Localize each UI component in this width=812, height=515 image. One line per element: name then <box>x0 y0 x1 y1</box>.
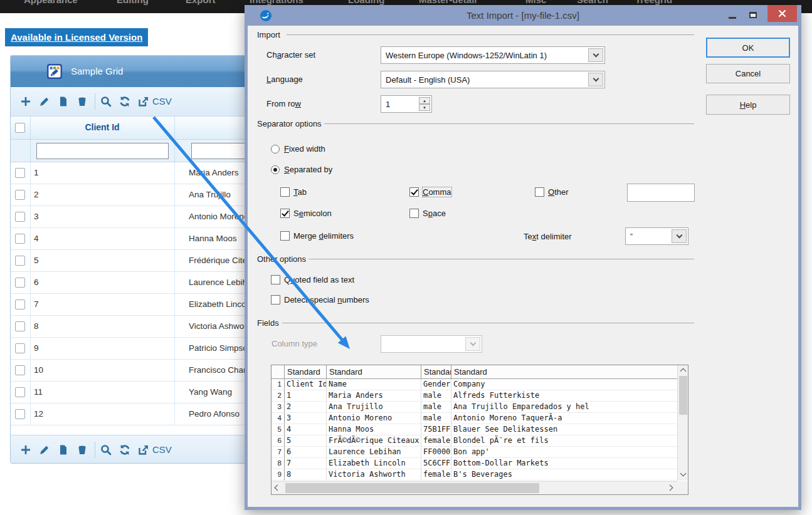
licensed-version-link[interactable]: Available in Licensed Version <box>5 28 148 46</box>
separator-options-group-label: Separator options <box>257 119 322 128</box>
quoted-field-checkbox[interactable] <box>271 275 280 284</box>
minimize-icon[interactable] <box>724 9 741 21</box>
row-number: 8 <box>272 458 285 469</box>
export-csv-label[interactable]: CSV <box>152 444 172 455</box>
export-icon[interactable] <box>137 444 150 456</box>
text-delimiter-select[interactable]: " <box>625 227 688 245</box>
menu-item-misc[interactable]: Misc <box>525 0 546 5</box>
row-checkbox[interactable] <box>15 409 25 419</box>
detect-special-numbers-checkbox[interactable] <box>271 295 280 304</box>
row-checkbox[interactable] <box>15 365 25 375</box>
language-select[interactable]: Default - English (USA) <box>381 71 605 88</box>
comma-label: Comma <box>423 187 451 197</box>
separated-by-radio[interactable] <box>271 165 280 174</box>
comma-checkbox[interactable] <box>409 187 419 197</box>
menu-item-editing[interactable]: Editing <box>117 0 149 5</box>
row-checkbox[interactable] <box>15 212 25 222</box>
row-checkbox[interactable] <box>15 387 25 397</box>
row-checkbox[interactable] <box>15 343 25 353</box>
other-separator-input[interactable] <box>627 184 695 202</box>
preview-column-header-3[interactable]: Standard <box>421 365 451 379</box>
preview-vertical-scrollbar[interactable] <box>677 365 688 481</box>
preview-cell: female <box>421 435 451 447</box>
scroll-left-icon[interactable] <box>275 485 281 491</box>
preview-column-header-4[interactable]: Standard <box>451 365 677 379</box>
preview-cell: 1 <box>285 390 327 402</box>
text-import-dialog: Text Import - [my-file-1.csv] Import Cha… <box>245 5 801 510</box>
row-checkbox[interactable] <box>15 278 25 288</box>
select-all-checkbox[interactable] <box>15 123 25 133</box>
menu-item-loading[interactable]: Loading <box>348 0 384 5</box>
from-row-stepper[interactable]: 1 ▲ ▼ <box>381 95 432 113</box>
scroll-right-icon[interactable] <box>667 485 673 491</box>
help-button[interactable]: Help <box>706 95 790 115</box>
character-set-select[interactable]: Western Europe (Windows-1252/WinLatin 1) <box>381 46 605 64</box>
copy-document-icon[interactable] <box>57 444 70 456</box>
search-icon[interactable] <box>100 444 112 456</box>
scroll-up-icon[interactable] <box>680 368 687 375</box>
add-row-icon[interactable] <box>19 444 32 456</box>
separated-by-label: Separated by <box>284 165 332 174</box>
export-csv-label[interactable]: CSV <box>152 96 172 107</box>
dialog-title-bar[interactable]: Text Import - [my-file-1.csv] <box>245 5 801 26</box>
semicolon-checkbox[interactable] <box>280 209 290 218</box>
preview-row: 43Antonio MorenomaleAntonio Moreno Taque… <box>272 413 677 424</box>
row-checkbox[interactable] <box>15 190 25 200</box>
edit-pencil-icon[interactable] <box>38 444 51 456</box>
preview-horizontal-scrollbar[interactable] <box>272 481 677 494</box>
add-row-icon[interactable] <box>19 95 32 108</box>
space-checkbox[interactable] <box>409 209 419 218</box>
row-checkbox[interactable] <box>15 168 25 178</box>
preview-cell: Maria Anders <box>327 390 421 402</box>
scroll-thumb[interactable] <box>285 483 539 493</box>
cell-client-id: 5 <box>34 256 39 265</box>
preview-cell: 5C6CFF <box>421 458 451 469</box>
copy-document-icon[interactable] <box>57 95 70 108</box>
tab-checkbox[interactable] <box>280 187 290 197</box>
scroll-down-icon[interactable] <box>680 471 687 477</box>
refresh-icon[interactable] <box>119 95 131 108</box>
delete-trash-icon[interactable] <box>76 444 88 456</box>
preview-column-header-1[interactable]: Standard <box>285 365 327 379</box>
import-preview-table: Standard Standard Standard Standard 1Cli… <box>271 365 688 495</box>
chevron-down-icon[interactable] <box>588 73 603 86</box>
delete-trash-icon[interactable] <box>76 95 88 108</box>
row-checkbox[interactable] <box>15 256 25 266</box>
column-header-client-id[interactable]: Client Id <box>30 122 174 132</box>
preview-column-header-2[interactable]: Standard <box>327 365 421 379</box>
search-icon[interactable] <box>100 95 112 108</box>
export-icon[interactable] <box>137 95 150 108</box>
menu-item-integrations[interactable]: Integrations <box>250 0 303 5</box>
spin-up-icon[interactable]: ▲ <box>419 97 430 104</box>
text-delimiter-label: Text delimiter <box>524 232 572 241</box>
maximize-icon[interactable] <box>745 9 761 21</box>
menu-item-master-detail[interactable]: Master-detail <box>419 0 477 5</box>
menu-item-export[interactable]: Export <box>186 0 216 5</box>
column-type-select <box>381 335 482 353</box>
close-icon[interactable] <box>767 5 797 22</box>
chevron-down-icon[interactable] <box>588 48 603 62</box>
scroll-thumb[interactable] <box>679 376 687 415</box>
row-checkbox[interactable] <box>15 234 25 244</box>
refresh-icon[interactable] <box>119 444 131 456</box>
filter-input-client-id[interactable] <box>36 143 169 159</box>
cancel-button[interactable]: Cancel <box>706 64 790 83</box>
other-checkbox[interactable] <box>535 187 544 197</box>
row-checkbox[interactable] <box>15 299 25 310</box>
preview-row: 21Maria AndersmaleAlfreds Futterkiste <box>272 390 677 402</box>
row-checkbox[interactable] <box>15 321 25 331</box>
grid-app-icon <box>46 63 63 80</box>
other-options-group-label: Other options <box>257 254 306 264</box>
fixed-width-radio[interactable] <box>271 145 280 153</box>
chevron-down-icon[interactable] <box>672 229 687 243</box>
menu-item-appearance[interactable]: Appearance <box>24 0 78 5</box>
cell-name: Patricio Simpson <box>189 343 252 353</box>
preview-cell: 7 <box>285 458 327 469</box>
menu-item-search[interactable]: Search <box>577 0 608 5</box>
merge-delimiters-checkbox[interactable] <box>280 231 290 241</box>
cell-client-id: 6 <box>34 278 39 287</box>
spin-down-icon[interactable]: ▼ <box>419 104 430 111</box>
menu-item-treegrid[interactable]: Treegrid <box>635 0 672 5</box>
edit-pencil-icon[interactable] <box>38 95 51 108</box>
ok-button[interactable]: OK <box>706 38 790 58</box>
